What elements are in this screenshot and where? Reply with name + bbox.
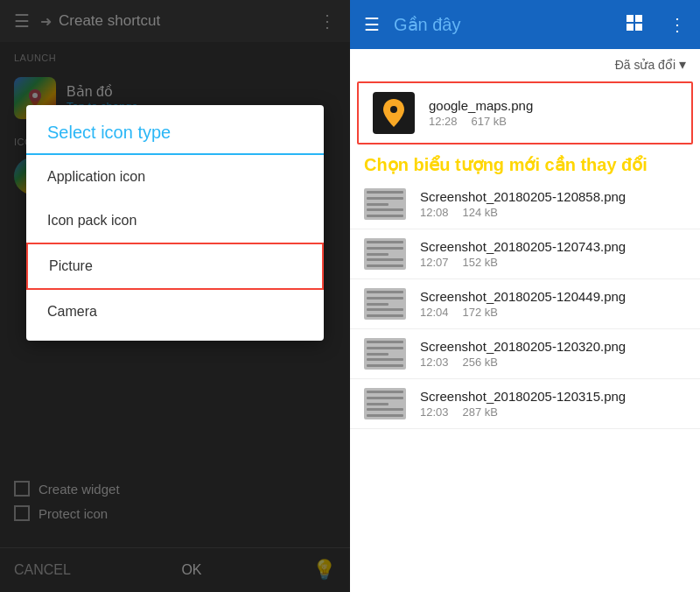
svg-point-7 (390, 106, 397, 113)
file-item-screenshot-3[interactable]: Screenshot_20180205-120449.png 12:04 172… (350, 279, 700, 329)
file-name-screenshot-4: Screenshot_20180205-120320.png (420, 339, 626, 354)
file-size: 256 kB (463, 356, 498, 369)
file-meta-screenshot-4: 12:03 256 kB (420, 356, 626, 369)
file-meta-screenshot-5: 12:03 287 kB (420, 405, 626, 419)
sort-bar: Đã sửa đổi ▾ (350, 49, 700, 80)
file-thumb-screenshot-5 (364, 388, 406, 419)
file-size: 287 kB (463, 405, 498, 419)
file-size: 617 kB (472, 115, 507, 128)
file-info-screenshot-2: Screenshot_20180205-120743.png 12:07 152… (420, 239, 626, 269)
file-time: 12:28 (429, 115, 458, 128)
file-info-google-maps: google_maps.png 12:28 617 kB (429, 98, 533, 128)
file-thumb-screenshot-1 (364, 188, 406, 220)
svg-rect-6 (635, 24, 642, 31)
dialog-item-camera[interactable]: Camera (26, 290, 324, 334)
file-thumb-screenshot-4 (364, 338, 406, 370)
dialog-item-icon-pack[interactable]: Icon pack icon (26, 199, 324, 243)
file-name-screenshot-2: Screenshot_20180205-120743.png (420, 239, 626, 254)
sort-arrow-icon[interactable]: ▾ (679, 56, 686, 73)
file-time: 12:03 (420, 405, 449, 419)
select-icon-dialog: Select icon type Application icon Icon p… (26, 105, 324, 341)
right-more-icon[interactable]: ⋮ (668, 14, 686, 35)
left-panel: ☰ ➜ Create shortcut ⋮ LAUNCH Bản đồ Tap … (0, 0, 350, 592)
sort-label[interactable]: Đã sửa đổi (615, 58, 676, 72)
file-time: 12:08 (420, 206, 449, 219)
file-item-screenshot-4[interactable]: Screenshot_20180205-120320.png 12:03 256… (350, 329, 700, 379)
file-name-screenshot-3: Screenshot_20180205-120449.png (420, 289, 626, 304)
file-name-screenshot-5: Screenshot_20180205-120315.png (420, 389, 626, 404)
right-header: ☰ Gần đây ⋮ (350, 0, 700, 49)
file-item-screenshot-2[interactable]: Screenshot_20180205-120743.png 12:07 152… (350, 229, 700, 279)
annotation-text: Chọn biểu tượng mới cần thay đổi (350, 146, 700, 180)
file-time: 12:07 (420, 256, 449, 269)
dialog-title: Select icon type (26, 105, 324, 155)
file-thumb-google-maps (373, 92, 415, 134)
right-header-title: Gần đây (394, 14, 625, 35)
svg-rect-4 (635, 15, 642, 22)
file-item-screenshot-1[interactable]: Screenshot_20180205-120858.png 12:08 124… (350, 180, 700, 229)
file-info-screenshot-4: Screenshot_20180205-120320.png 12:03 256… (420, 339, 626, 369)
file-info-screenshot-5: Screenshot_20180205-120315.png 12:03 287… (420, 389, 626, 419)
file-list: google_maps.png 12:28 617 kB Chọn biểu t… (350, 80, 700, 592)
file-size: 172 kB (463, 306, 498, 319)
file-meta-screenshot-1: 12:08 124 kB (420, 206, 626, 219)
file-meta-screenshot-2: 12:07 152 kB (420, 256, 626, 269)
file-info-screenshot-1: Screenshot_20180205-120858.png 12:08 124… (420, 189, 626, 219)
grid-view-icon[interactable] (625, 13, 644, 37)
dialog-item-picture[interactable]: Picture (26, 243, 324, 290)
file-meta-screenshot-3: 12:04 172 kB (420, 306, 626, 319)
file-size: 152 kB (463, 256, 498, 269)
file-name-google-maps: google_maps.png (429, 98, 533, 113)
file-time: 12:03 (420, 356, 449, 369)
dialog-item-application-icon[interactable]: Application icon (26, 155, 324, 199)
file-meta-google-maps: 12:28 617 kB (429, 115, 533, 128)
svg-rect-5 (626, 24, 634, 31)
file-size: 124 kB (463, 206, 498, 219)
svg-rect-3 (626, 15, 634, 22)
file-thumb-screenshot-2 (364, 238, 406, 270)
file-item-screenshot-5[interactable]: Screenshot_20180205-120315.png 12:03 287… (350, 379, 700, 429)
file-info-screenshot-3: Screenshot_20180205-120449.png 12:04 172… (420, 289, 626, 319)
right-panel: ☰ Gần đây ⋮ Đã sửa đổi ▾ (350, 0, 700, 592)
file-name-screenshot-1: Screenshot_20180205-120858.png (420, 189, 626, 204)
file-time: 12:04 (420, 306, 449, 319)
dialog-overlay: Select icon type Application icon Icon p… (0, 0, 350, 592)
file-item-google-maps[interactable]: google_maps.png 12:28 617 kB (357, 81, 693, 144)
file-thumb-screenshot-3 (364, 288, 406, 320)
right-menu-icon[interactable]: ☰ (364, 14, 380, 35)
